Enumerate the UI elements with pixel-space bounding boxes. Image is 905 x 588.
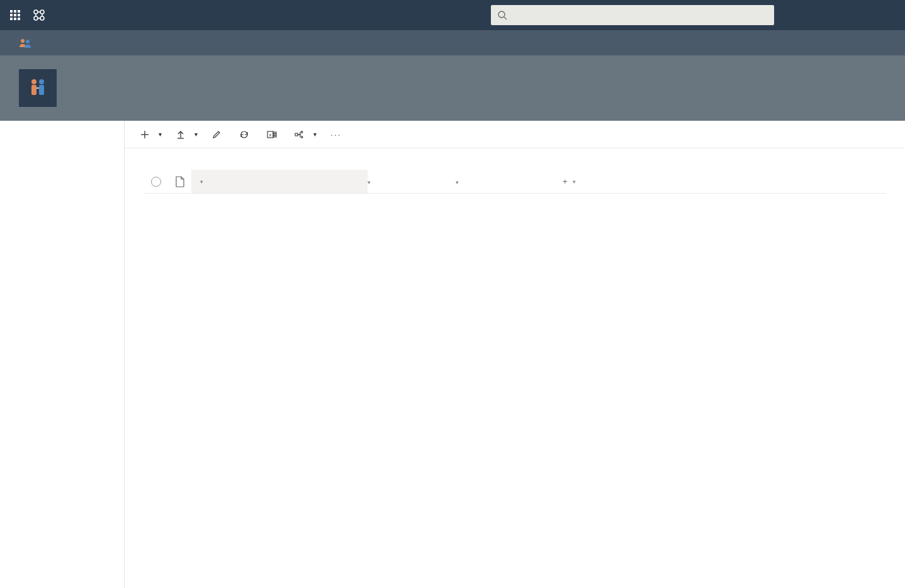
tenant-icon bbox=[33, 9, 45, 21]
sync-icon bbox=[239, 130, 249, 140]
svg-point-2 bbox=[34, 16, 38, 20]
chevron-down-icon: ▾ bbox=[313, 131, 317, 138]
svg-point-0 bbox=[34, 10, 38, 14]
plus-icon bbox=[140, 130, 150, 140]
plus-icon: + bbox=[563, 177, 568, 186]
column-modified[interactable]: ▾ bbox=[368, 177, 456, 186]
search-icon bbox=[497, 10, 507, 20]
flow-button[interactable]: ▾ bbox=[295, 130, 317, 140]
flow-icon bbox=[295, 130, 305, 140]
svg-text:x: x bbox=[269, 132, 272, 138]
list-header: ▾ ▾ ▾ +▾ bbox=[143, 170, 886, 194]
chevron-down-icon: ▾ bbox=[368, 179, 371, 186]
column-modified-by[interactable]: ▾ bbox=[456, 177, 563, 186]
file-icon bbox=[176, 176, 184, 187]
tenant-logo-title[interactable] bbox=[33, 9, 50, 21]
quick-edit-button[interactable] bbox=[211, 130, 225, 140]
svg-point-14 bbox=[39, 79, 44, 84]
site-logo[interactable] bbox=[19, 69, 57, 107]
svg-line-9 bbox=[504, 17, 507, 19]
search-input[interactable] bbox=[512, 10, 768, 20]
chevron-down-icon: ▾ bbox=[456, 179, 459, 186]
svg-point-11 bbox=[26, 40, 30, 43]
select-all-toggle[interactable] bbox=[151, 177, 161, 187]
svg-rect-25 bbox=[273, 136, 276, 137]
svg-point-8 bbox=[498, 11, 505, 18]
left-nav-edit[interactable] bbox=[0, 130, 124, 140]
svg-rect-13 bbox=[31, 85, 37, 95]
svg-rect-26 bbox=[295, 133, 298, 136]
page-title bbox=[125, 148, 905, 164]
column-type[interactable] bbox=[169, 176, 191, 187]
column-name[interactable]: ▾ bbox=[191, 170, 368, 193]
site-logo-icon bbox=[25, 75, 50, 101]
add-column-button[interactable]: +▾ bbox=[563, 177, 638, 186]
left-nav bbox=[0, 121, 125, 588]
ellipsis-icon: ··· bbox=[330, 130, 342, 140]
svg-point-1 bbox=[40, 10, 44, 14]
more-button[interactable]: ··· bbox=[330, 130, 342, 140]
svg-point-10 bbox=[21, 39, 25, 43]
chevron-down-icon: ▾ bbox=[200, 179, 203, 185]
upload-button[interactable]: ▾ bbox=[176, 130, 198, 140]
chevron-down-icon: ▾ bbox=[159, 131, 162, 138]
excel-icon: x bbox=[267, 130, 277, 140]
sync-button[interactable] bbox=[239, 130, 253, 140]
svg-rect-23 bbox=[273, 132, 276, 133]
people-icon bbox=[19, 38, 33, 48]
svg-rect-15 bbox=[39, 85, 44, 95]
chevron-down-icon: ▾ bbox=[194, 131, 198, 138]
search-box[interactable] bbox=[491, 5, 774, 25]
app-launcher[interactable] bbox=[5, 5, 25, 25]
new-button[interactable]: ▾ bbox=[140, 130, 162, 140]
export-excel-button[interactable]: x bbox=[267, 130, 281, 140]
chevron-down-icon: ▾ bbox=[573, 179, 576, 185]
pencil-icon bbox=[211, 130, 222, 140]
waffle-icon bbox=[10, 10, 20, 20]
command-bar: ▾ ▾ x ▾ bbox=[125, 121, 905, 148]
upload-icon bbox=[176, 130, 186, 140]
hub-nav bbox=[0, 30, 905, 55]
svg-point-3 bbox=[40, 16, 44, 20]
svg-rect-24 bbox=[273, 134, 276, 135]
svg-point-12 bbox=[31, 79, 37, 84]
